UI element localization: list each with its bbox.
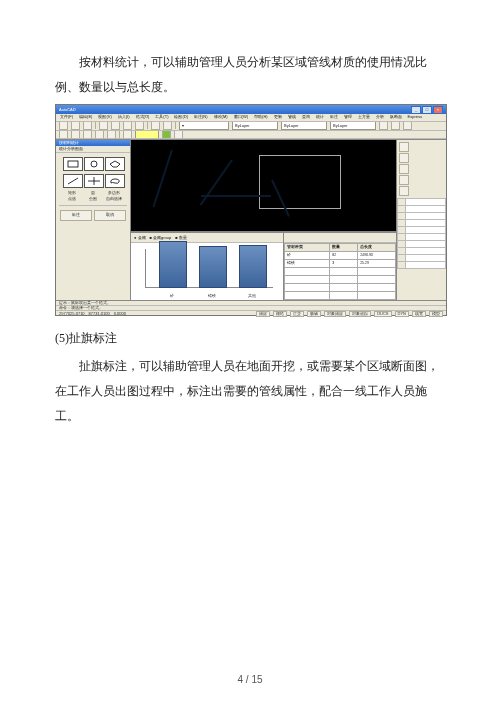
menu-item[interactable]: 土方量 [358,115,370,119]
menu-item[interactable]: 管理 [344,115,352,119]
menu-item[interactable]: 视图(V) [98,115,111,119]
status-toggle[interactable]: 对象捕捉 [324,311,346,317]
tb-run-icon[interactable] [162,131,171,139]
status-toggle[interactable]: 极轴 [307,311,321,317]
annotate-button[interactable]: 标注 [60,210,92,221]
tb-print-icon[interactable] [99,122,108,130]
cad-viewport[interactable] [131,140,396,232]
status-toggle[interactable]: 捕捉 [256,311,270,317]
tb-separator [119,131,120,138]
chart-radio[interactable]: 金额 [134,236,146,240]
menu-item[interactable]: 插入(I) [118,115,130,119]
tb-icon[interactable] [174,131,183,139]
prop-tool-icon[interactable] [399,164,409,174]
maximize-button[interactable]: □ [422,106,432,114]
lineweight-dropdown[interactable]: ByLayer [281,122,327,130]
menu-item[interactable]: 修改(M) [214,115,228,119]
menu-item[interactable]: 帮助(H) [254,115,268,119]
shape-label: 全图 [84,198,102,202]
table-row[interactable] [285,268,396,276]
status-toggle[interactable]: 模型 [429,311,443,317]
layer-dropdown[interactable]: ▾ [179,122,229,130]
menu-item[interactable]: 管线 [288,115,296,119]
prop-tool-icon[interactable] [399,153,409,163]
tb-undo-icon[interactable] [151,122,160,130]
status-toggle[interactable]: 线宽 [412,311,426,317]
menu-item[interactable]: 标注(N) [194,115,208,119]
status-toggle[interactable]: DYN [395,311,409,317]
shape-line-icon[interactable] [63,174,83,188]
tb-separator [95,122,96,129]
menu-item[interactable]: 文件(F) [60,115,73,119]
menu-item[interactable]: 编辑(E) [79,115,92,119]
menu-item[interactable]: 分析 [376,115,384,119]
tb-open-icon[interactable] [71,122,80,130]
shape-circle-icon[interactable] [84,157,104,171]
tb-icon[interactable] [83,131,92,139]
shape-rectangle-icon[interactable] [63,157,83,171]
svg-marker-2 [110,161,120,167]
tb-cut-icon[interactable] [111,122,120,130]
menu-item[interactable]: 工具(T) [155,115,168,119]
chart-bar-label: 铸铁 [199,295,225,299]
menu-item[interactable]: Express [408,115,422,119]
tb-icon[interactable] [391,122,400,130]
tb-icon[interactable] [71,131,80,139]
coord-field[interactable] [135,131,159,139]
tb-save-icon[interactable] [83,122,92,130]
chart-legend-item[interactable]: ■ 数量 [175,236,187,240]
data-pane-title [284,233,396,243]
menu-item[interactable]: 纵断面 [390,115,402,119]
tb-icon[interactable] [403,122,412,130]
table-row[interactable] [285,276,396,284]
status-toggle[interactable]: 栅格 [273,311,287,317]
shape-lasso-icon[interactable] [105,174,125,188]
table-header[interactable]: 数量 [330,244,358,252]
chart-bar [159,241,187,288]
status-toggle[interactable]: DUCS [374,311,391,317]
tb-icon[interactable] [59,131,68,139]
paragraph-1: 按材料统计，可以辅助管理人员分析某区域管线材质的使用情况比例、数量以与总长度。 [55,50,445,100]
tb-paste-icon[interactable] [135,122,144,130]
tb-copy-icon[interactable] [123,122,132,130]
chart-legend-item[interactable]: ■ 金额group [150,236,172,240]
prop-value[interactable]: ByLayer [405,199,445,206]
status-toggle[interactable]: 正交 [290,311,304,317]
table-row[interactable]: 砼 82 2490.90 [285,252,396,260]
shape-label: 自由选择 [105,198,123,202]
tb-redo-icon[interactable] [163,122,172,130]
cancel-button[interactable]: 取消 [94,210,126,221]
close-button[interactable]: × [433,106,443,114]
prop-tool-icon[interactable] [399,175,409,185]
minimize-button[interactable]: _ [411,106,421,114]
menu-item[interactable]: 统计 [316,115,324,119]
menu-item[interactable]: 查询 [302,115,310,119]
table-header[interactable]: 总长度 [358,244,396,252]
tb-icon[interactable] [95,131,104,139]
shape-crosshair-icon[interactable] [84,174,104,188]
table-header[interactable]: 管材种类 [285,244,330,252]
menu-item[interactable]: 标注 [330,115,338,119]
left-palette-panel: 按材料统计 统计分析图面 矩形 圆 多边形 点选 全图 [56,140,131,300]
table-row[interactable] [285,284,396,292]
menu-item[interactable]: 格式(O) [136,115,150,119]
tb-icon[interactable] [107,131,116,139]
window-buttons: _ □ × [411,106,443,114]
prop-tool-icon[interactable] [399,186,409,196]
shape-polygon-icon[interactable] [105,157,125,171]
table-row[interactable]: 铸铁 3 25.29 [285,260,396,268]
menu-item[interactable]: 窗口(W) [234,115,248,119]
tb-icon[interactable] [379,122,388,130]
menu-item[interactable]: 绘图(D) [174,115,188,119]
menu-item[interactable]: 更新 [274,115,282,119]
table-row[interactable] [285,292,396,300]
status-toggle[interactable]: 对象追踪 [349,311,371,317]
palette-tab[interactable]: 统计分析图面 [56,146,130,153]
tb-icon[interactable] [123,131,132,139]
tb-new-icon[interactable] [59,122,68,130]
page-number: 4 / 15 [0,674,500,685]
chart-bar [199,246,227,288]
prop-tool-icon[interactable] [399,142,409,152]
linetype-dropdown[interactable]: ByLayer [232,122,278,130]
color-dropdown[interactable]: ByLayer [330,122,376,130]
